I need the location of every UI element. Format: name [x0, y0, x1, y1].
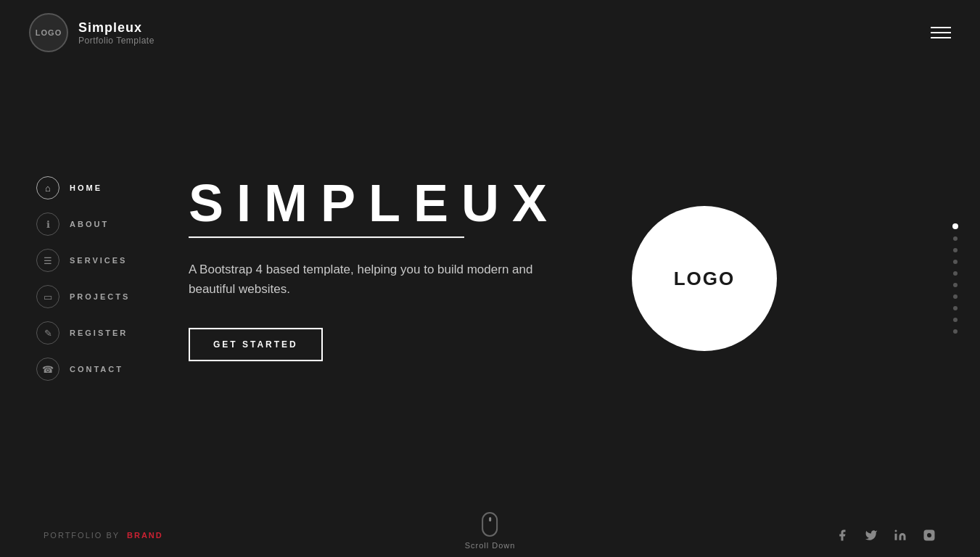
hero-logo-circle: LOGO — [632, 206, 777, 351]
svg-point-0 — [895, 530, 897, 532]
header-logo: LOGO — [29, 13, 68, 52]
get-started-button[interactable]: GET STARTED — [189, 328, 323, 361]
sidebar-item-services[interactable]: ☰ SERVICES — [36, 249, 130, 272]
sidebar-nav: ⌂ HOME ℹ ABOUT ☰ SERVICES ▭ PROJECTS ✎ R… — [36, 176, 130, 381]
title-underline — [189, 236, 464, 238]
sidebar-item-contact[interactable]: ☎ CONTACT — [36, 358, 130, 381]
hamburger-button[interactable] — [931, 27, 951, 38]
brand-text: Simpleux Portfolio Template — [78, 20, 155, 46]
linkedin-icon[interactable] — [893, 528, 907, 542]
sidebar-label-projects: PROJECTS — [70, 292, 130, 301]
brand: LOGO Simpleux Portfolio Template — [29, 13, 155, 52]
hero-description: A Bootstrap 4 based template, helping yo… — [189, 260, 551, 299]
hamburger-line-1 — [931, 27, 951, 28]
footer-portfolio-text: PORTFOLIO BY BRAND — [44, 531, 163, 540]
site-subtitle: Portfolio Template — [78, 36, 155, 46]
twitter-icon[interactable] — [864, 528, 878, 542]
dot-6[interactable] — [953, 283, 958, 287]
portfolio-prefix: PORTFOLIO BY — [44, 531, 120, 540]
dot-9[interactable] — [953, 318, 958, 322]
home-icon: ⌂ — [36, 176, 59, 199]
dot-10[interactable] — [953, 329, 958, 334]
dot-1[interactable] — [952, 223, 958, 229]
site-title: Simpleux — [78, 20, 155, 36]
hero-title: SIMPLEUX — [189, 177, 551, 229]
sidebar-label-register: REGISTER — [70, 329, 128, 337]
projects-icon: ▭ — [36, 285, 59, 308]
right-dots-nav — [952, 223, 958, 334]
dot-7[interactable] — [953, 294, 958, 299]
register-icon: ✎ — [36, 321, 59, 344]
dot-8[interactable] — [953, 306, 958, 310]
header: LOGO Simpleux Portfolio Template — [0, 0, 980, 65]
dot-5[interactable] — [953, 271, 958, 276]
social-icons — [835, 528, 936, 542]
hamburger-line-3 — [931, 37, 951, 38]
sidebar-item-register[interactable]: ✎ REGISTER — [36, 321, 130, 344]
sidebar-item-projects[interactable]: ▭ PROJECTS — [36, 285, 130, 308]
instagram-icon[interactable] — [922, 528, 936, 542]
dot-3[interactable] — [953, 248, 958, 252]
sidebar-label-contact: CONTACT — [70, 365, 123, 374]
about-icon: ℹ — [36, 213, 59, 236]
footer-brand-name: BRAND — [127, 531, 163, 540]
dot-2[interactable] — [953, 236, 958, 241]
hero-logo-text: LOGO — [674, 268, 736, 290]
sidebar-item-home[interactable]: ⌂ HOME — [36, 176, 130, 199]
footer: PORTFOLIO BY BRAND — [0, 513, 980, 557]
sidebar-label-services: SERVICES — [70, 256, 127, 265]
sidebar-label-about: ABOUT — [70, 220, 109, 228]
services-icon: ☰ — [36, 249, 59, 272]
dot-4[interactable] — [953, 260, 958, 264]
sidebar-item-about[interactable]: ℹ ABOUT — [36, 213, 130, 236]
facebook-icon[interactable] — [835, 528, 849, 542]
hero-section: SIMPLEUX A Bootstrap 4 based template, h… — [189, 177, 551, 361]
contact-icon: ☎ — [36, 358, 59, 381]
sidebar-label-home: HOME — [70, 183, 102, 192]
hamburger-line-2 — [931, 32, 951, 33]
